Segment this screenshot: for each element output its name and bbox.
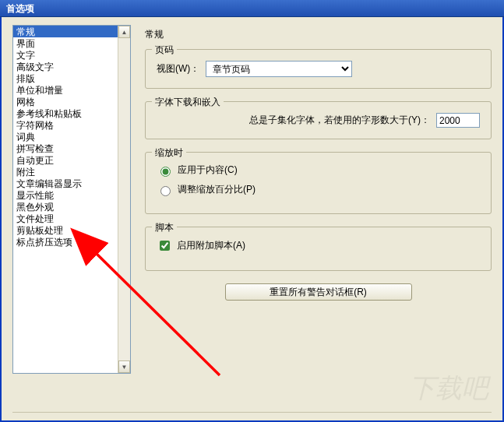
group-fonts: 字体下载和嵌入 总是子集化字体，若使用的字形数大于(Y)： (145, 101, 492, 139)
scroll-down-button[interactable]: ▼ (118, 360, 130, 373)
group-scaling-legend: 缩放时 (152, 146, 186, 160)
sidebar-item[interactable]: 参考线和粘贴板 (13, 107, 118, 119)
sidebar-item[interactable]: 拼写检查 (13, 142, 118, 154)
titlebar[interactable]: 首选项 (0, 0, 504, 17)
sidebar-item[interactable]: 文字 (13, 49, 118, 61)
view-combo[interactable]: 章节页码 (206, 61, 352, 77)
radio-apply-to-content[interactable]: 应用于内容(C) (157, 164, 480, 177)
sidebar-item[interactable]: 黑色外观 (13, 201, 118, 213)
reset-warnings-button[interactable]: 重置所有警告对话框(R) (225, 283, 412, 301)
check-enable-scripts-input[interactable] (160, 241, 170, 251)
radio-adjust-percent-input[interactable] (160, 186, 171, 196)
sidebar-item[interactable]: 排版 (13, 72, 118, 84)
client-area: 常规界面文字高级文字排版单位和增量网格参考线和粘贴板字符网格词典拼写检查自动更正… (0, 17, 504, 422)
window-title: 首选项 (6, 3, 34, 14)
sidebar-item[interactable]: 剪贴板处理 (13, 224, 118, 236)
check-enable-scripts-label: 启用附加脚本(A) (177, 239, 245, 252)
group-scripts-legend: 脚本 (152, 221, 177, 234)
view-label: 视图(W)： (157, 62, 199, 76)
scroll-track[interactable] (118, 38, 130, 360)
bottom-divider (12, 412, 492, 413)
sidebar-item[interactable]: 附注 (13, 166, 118, 178)
group-scripts: 脚本 启用附加脚本(A) (145, 227, 492, 271)
group-page-numbers: 页码 视图(W)： 章节页码 (145, 49, 492, 89)
sidebar-item[interactable]: 网格 (13, 96, 118, 107)
group-page-numbers-legend: 页码 (152, 44, 177, 57)
sidebar-item[interactable]: 词典 (13, 131, 118, 142)
radio-adjust-percent-label: 调整缩放百分比(P) (178, 183, 256, 196)
radio-apply-to-content-label: 应用于内容(C) (178, 164, 238, 177)
reset-warnings-label: 重置所有警告对话框(R) (270, 287, 367, 297)
sidebar-item[interactable]: 文章编辑器显示 (13, 178, 118, 189)
content-panel: 常规 页码 视图(W)： 章节页码 字体下载和嵌入 总是子集化字体，若使用的字形… (145, 25, 492, 411)
preferences-window: 首选项 常规界面文字高级文字排版单位和增量网格参考线和粘贴板字符网格词典拼写检查… (0, 0, 504, 422)
group-scaling: 缩放时 应用于内容(C) 调整缩放百分比(P) (145, 152, 492, 214)
category-list: 常规界面文字高级文字排版单位和增量网格参考线和粘贴板字符网格词典拼写检查自动更正… (12, 25, 131, 374)
panel-heading: 常规 (145, 28, 492, 41)
subset-label: 总是子集化字体，若使用的字形数大于(Y)： (249, 114, 430, 127)
sidebar-item[interactable]: 显示性能 (13, 189, 118, 201)
check-enable-scripts[interactable]: 启用附加脚本(A) (157, 238, 480, 253)
sidebar-item[interactable]: 常规 (13, 26, 118, 37)
radio-apply-to-content-input[interactable] (160, 167, 171, 177)
scrollbar[interactable]: ▲ ▼ (118, 26, 130, 373)
sidebar-item[interactable]: 文件处理 (13, 213, 118, 224)
sidebar-item[interactable]: 高级文字 (13, 61, 118, 72)
category-listbox[interactable]: 常规界面文字高级文字排版单位和增量网格参考线和粘贴板字符网格词典拼写检查自动更正… (13, 26, 118, 373)
scroll-up-button[interactable]: ▲ (118, 26, 130, 38)
group-fonts-legend: 字体下载和嵌入 (152, 96, 224, 109)
sidebar-item[interactable]: 界面 (13, 37, 118, 49)
sidebar-item[interactable]: 自动更正 (13, 154, 118, 166)
sidebar-item[interactable]: 标点挤压选项 (13, 236, 118, 248)
subset-input[interactable] (436, 113, 480, 128)
sidebar-item[interactable]: 单位和增量 (13, 84, 118, 96)
sidebar-item[interactable]: 字符网格 (13, 119, 118, 131)
radio-adjust-percent[interactable]: 调整缩放百分比(P) (157, 183, 480, 196)
